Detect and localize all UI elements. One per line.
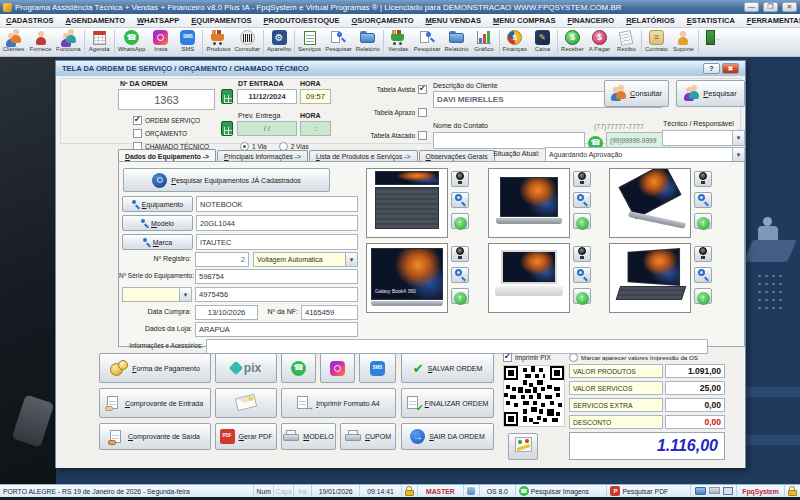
photo-3-upload-button[interactable]: ↑ xyxy=(451,288,469,304)
equipment-photo-1[interactable] xyxy=(488,168,570,238)
tabela-check-2[interactable]: Tabela Atacado xyxy=(324,131,427,140)
sms-button[interactable]: SMS xyxy=(359,353,396,383)
imprime-pix-check[interactable]: Imprimir PIX xyxy=(503,353,551,362)
loja-field[interactable]: ARAPUA xyxy=(195,322,358,337)
menu-item-financeiro[interactable]: FINANCEIRO xyxy=(561,16,620,25)
situacao-dropdown[interactable]: Aguardando Aprovação xyxy=(545,147,745,162)
photo-5-upload-button[interactable]: ↑ xyxy=(694,288,712,304)
menu-item-menucompras[interactable]: MENU COMPRAS xyxy=(487,16,562,25)
toolbar-vendas[interactable]: Vendas xyxy=(385,28,412,56)
whatsapp-button[interactable]: ☎ xyxy=(281,353,316,383)
finalizar-ordem-button[interactable]: ✔FINALIZAR ORDEM xyxy=(401,388,494,418)
toolbar-apagar[interactable]: $A Pagar xyxy=(586,28,613,56)
registro-field[interactable]: 2 xyxy=(195,252,249,267)
phone-field[interactable]: (99)99999-9999 xyxy=(606,132,670,148)
dt-entrada-field[interactable]: 11/12/2024 xyxy=(237,89,297,104)
toolbar-grfico[interactable]: Gráfico xyxy=(471,28,498,56)
photo-0-zoom-button[interactable] xyxy=(451,192,469,208)
acessorios-field[interactable] xyxy=(206,339,708,354)
imprime-pix-checkbox[interactable] xyxy=(503,353,512,362)
modelo-button[interactable]: MODELO xyxy=(281,423,336,450)
toolbar-pesquisar[interactable]: Pesquisar xyxy=(412,28,443,56)
menu-item-equipamentos[interactable]: EQUIPAMENTOS xyxy=(185,16,257,25)
value-field-2[interactable]: 0,00 xyxy=(665,398,725,412)
order-type-0[interactable]: ORDEM SERVIÇO xyxy=(133,116,200,125)
toolbar-insta[interactable]: Insta xyxy=(147,28,174,56)
photo-0-webcam-button[interactable] xyxy=(451,171,469,187)
cupom-button[interactable]: CUPOM xyxy=(340,423,396,450)
lookup-equipamento-button[interactable]: Equipamento xyxy=(122,196,193,212)
checkbox[interactable] xyxy=(418,108,427,117)
toolbar-aparelho[interactable]: ⚙Aparelho xyxy=(265,28,293,56)
toolbar-produtos[interactable]: Produtos xyxy=(204,28,232,56)
menu-item-osoramento[interactable]: OS/ORÇAMENTO xyxy=(346,16,420,25)
maximize-button[interactable]: ❐ xyxy=(763,2,778,12)
photo-2-upload-button[interactable]: ↑ xyxy=(694,213,712,229)
extra-field[interactable]: 4975456 xyxy=(195,287,358,302)
salvar-ordem-button[interactable]: ✔SALVAR ORDEM xyxy=(401,353,494,383)
consultar-button[interactable]: Consultar xyxy=(604,80,669,107)
value-field-1[interactable]: 25,00 xyxy=(665,381,725,395)
equipment-photo-2[interactable] xyxy=(609,168,691,238)
pix-button[interactable]: pix xyxy=(215,353,277,383)
photo-4-zoom-button[interactable] xyxy=(573,267,591,283)
menu-item-estatistica[interactable]: ESTATISTICA xyxy=(681,16,741,25)
photo-1-webcam-button[interactable] xyxy=(573,171,591,187)
toolbar-exit[interactable]: → xyxy=(700,28,727,56)
menu-item-whatsapp[interactable]: WHATSAPP xyxy=(131,16,185,25)
menu-item-cadastros[interactable]: CADASTROS xyxy=(0,16,60,25)
toolbar-suporte[interactable]: Suporte xyxy=(670,28,697,56)
tecnico-dropdown[interactable] xyxy=(662,130,745,146)
menu-item-menuvendas[interactable]: MENU VENDAS xyxy=(419,16,486,25)
toolbar-whatsapp[interactable]: ☎WhatsApp xyxy=(116,28,148,56)
minimize-button[interactable]: — xyxy=(744,2,759,12)
toolbar-relatrio[interactable]: Relatório xyxy=(354,28,382,56)
toolbar-consultar[interactable]: Consultar xyxy=(232,28,262,56)
toolbar-contrato[interactable]: ≡Contrato xyxy=(643,28,670,56)
value-field-3[interactable]: 0,00 xyxy=(665,415,725,429)
toolbar-receber[interactable]: $Receber xyxy=(559,28,586,56)
voltagem-dropdown[interactable]: Voltagem Automática xyxy=(253,252,358,267)
photo-4-upload-button[interactable]: ↑ xyxy=(573,288,591,304)
instagram-button[interactable] xyxy=(320,353,355,383)
equipment-photo-4[interactable] xyxy=(488,243,570,313)
imprimir-formato-a4-button[interactable]: →Imprimir Formato A4 xyxy=(281,388,396,418)
toolbar-agenda[interactable]: Agenda xyxy=(86,28,113,56)
data-compra-field[interactable]: 13/10/2026 xyxy=(195,305,258,320)
toolbar-servios[interactable]: Serviços xyxy=(296,28,323,56)
extra-dropdown[interactable] xyxy=(122,287,192,302)
tabela-check-1[interactable]: Tabela Aprazo xyxy=(324,108,427,117)
comprovante-de-entrada-button[interactable]: Comprovante de Entrada xyxy=(99,388,211,418)
status-pesquisar-pdf[interactable]: PPesquisar PDF xyxy=(607,485,691,497)
order-type-1[interactable]: ORÇAMENTO xyxy=(133,129,187,138)
toolbar-fornece[interactable]: Fornece xyxy=(27,28,54,56)
lookup-modelo-button[interactable]: Modelo xyxy=(122,215,193,231)
photo-0-upload-button[interactable]: ↑ xyxy=(451,213,469,229)
photo-1-zoom-button[interactable] xyxy=(573,192,591,208)
marcar-valores-radio[interactable]: Marcar aparecer valores Impressão da OS xyxy=(569,353,698,362)
marcar-valores-radiobutton[interactable] xyxy=(569,353,578,362)
photo-2-zoom-button[interactable] xyxy=(694,192,712,208)
photo-5-zoom-button[interactable] xyxy=(694,267,712,283)
envelope-button[interactable] xyxy=(215,388,277,418)
order-number-field[interactable]: 1363 xyxy=(118,89,215,110)
modelo-field[interactable]: 20GL1044 xyxy=(196,215,358,231)
marca-field[interactable]: ITAUTEC xyxy=(196,234,358,250)
toolbar-caixa[interactable]: ✎Caixa xyxy=(529,28,556,56)
status-pesquisar-imagens[interactable]: ☎Pesquisar Imagens xyxy=(516,485,608,497)
equipment-photo-0[interactable] xyxy=(366,168,448,238)
pesquisar-button[interactable]: Pesquisar xyxy=(676,80,745,107)
toolbar-finanas[interactable]: $Finanças xyxy=(501,28,529,56)
tabela-check-0[interactable]: Tabela Avista xyxy=(324,85,427,94)
dialog-help-button[interactable]: ? xyxy=(703,63,720,74)
toolbar-relatrio[interactable]: Relatório xyxy=(443,28,471,56)
menu-item-produtoestoque[interactable]: PRODUTO/ESTOQUE xyxy=(258,16,346,25)
sair-da-ordem-button[interactable]: →SAIR DA ORDEM xyxy=(401,423,494,450)
checkbox[interactable] xyxy=(418,131,427,140)
calendar-picker-icon-2[interactable] xyxy=(221,121,233,140)
photo-4-webcam-button[interactable] xyxy=(573,246,591,262)
nf-field[interactable]: 4165459 xyxy=(301,305,358,320)
toolbar-clientes[interactable]: Clientes xyxy=(0,28,27,56)
toolbar-recibo[interactable]: Recibo xyxy=(613,28,640,56)
map-button[interactable] xyxy=(508,433,538,460)
